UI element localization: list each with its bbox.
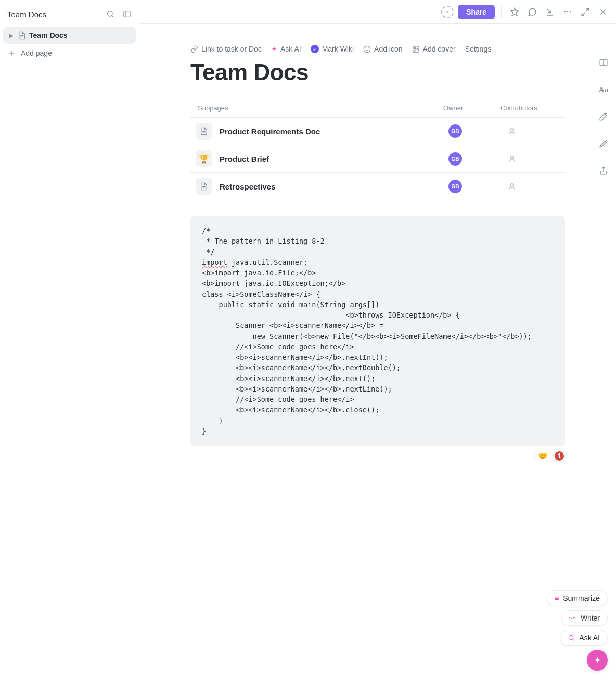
svg-line-10 — [547, 9, 551, 13]
svg-line-35 — [606, 140, 607, 141]
contributor-placeholder-icon[interactable] — [508, 127, 563, 135]
document-icon — [196, 178, 212, 195]
document-area: Link to task or Doc ✦ Ask AI ✓ Mark Wiki… — [139, 24, 616, 681]
subpages-list: Product Requirements DocGB🏆Product Brief… — [190, 118, 565, 200]
edit-wand-icon[interactable] — [596, 136, 611, 151]
expand-icon[interactable] — [579, 5, 592, 19]
reactions-bar: 🤝 1 — [190, 450, 565, 462]
subpages-header: Subpages Owner Contributors — [190, 104, 565, 118]
share-up-icon[interactable] — [596, 163, 611, 178]
owner-avatar[interactable]: GB — [448, 152, 462, 166]
doc-action-bar: Link to task or Doc ✦ Ask AI ✓ Mark Wiki… — [190, 45, 565, 53]
wiki-badge-icon: ✓ — [311, 45, 319, 53]
contributor-placeholder-icon[interactable] — [508, 182, 563, 191]
ask-ai-pill[interactable]: Ask AI — [560, 630, 608, 646]
add-page-button[interactable]: Add page — [0, 44, 139, 62]
split-view-icon[interactable] — [596, 55, 611, 70]
svg-point-13 — [567, 11, 569, 12]
add-cover-button[interactable]: Add cover — [412, 45, 456, 53]
chevron-right-icon: ▶ — [8, 33, 15, 39]
search-icon[interactable] — [104, 7, 117, 21]
svg-line-16 — [582, 12, 584, 15]
svg-point-0 — [108, 11, 112, 16]
sidebar-header: Team Docs — [0, 3, 139, 27]
divider — [501, 6, 502, 18]
subpage-row[interactable]: RetrospectivesGB — [190, 173, 565, 200]
main: Share Link to task or Doc — [139, 0, 616, 681]
subpage-name: Product Requirements Doc — [220, 127, 320, 136]
summarize-icon: ≡ — [555, 594, 559, 602]
svg-point-26 — [510, 129, 513, 131]
svg-point-14 — [570, 11, 571, 12]
svg-marker-9 — [511, 8, 519, 15]
owner-avatar[interactable]: GB — [448, 124, 462, 138]
add-icon-button[interactable]: Add icon — [363, 45, 402, 53]
svg-line-1 — [112, 16, 113, 17]
right-rail: Aa — [596, 55, 611, 178]
ask-ai-label: Ask AI — [280, 45, 301, 53]
settings-button[interactable]: Settings — [465, 45, 492, 53]
add-page-label: Add page — [21, 49, 52, 57]
svg-point-19 — [364, 46, 370, 53]
ask-ai-button[interactable]: ✦ Ask AI — [271, 45, 301, 53]
comment-icon[interactable] — [525, 5, 539, 19]
svg-rect-2 — [124, 11, 130, 17]
magic-wand-icon[interactable] — [596, 109, 611, 124]
share-button[interactable]: Share — [458, 5, 495, 19]
sidebar-item-label: Team Docs — [29, 31, 68, 40]
status-circle-icon[interactable] — [441, 6, 454, 18]
col-contributors: Contributors — [500, 104, 563, 112]
typography-icon[interactable]: Aa — [596, 82, 611, 97]
svg-point-12 — [564, 11, 566, 12]
mark-wiki-label: Mark Wiki — [322, 45, 354, 53]
svg-line-15 — [586, 8, 589, 11]
link-to-task-button[interactable]: Link to task or Doc — [190, 45, 262, 53]
subpage-row[interactable]: Product Requirements DocGB — [190, 118, 565, 145]
svg-point-37 — [569, 635, 573, 639]
close-icon[interactable] — [596, 5, 610, 19]
trophy-icon: 🏆 — [196, 150, 212, 167]
contributor-placeholder-icon[interactable] — [508, 155, 563, 163]
document-icon — [18, 31, 26, 40]
subpage-row[interactable]: 🏆Product BriefGB — [190, 145, 565, 173]
svg-point-23 — [414, 47, 416, 49]
ask-ai-pill-label: Ask AI — [579, 634, 600, 642]
ai-fab[interactable]: ✦ — [587, 650, 608, 671]
sidebar: Team Docs ▶ Team Docs Add page — [0, 0, 139, 681]
more-icon[interactable] — [561, 5, 574, 19]
writer-label: Writer — [581, 614, 600, 622]
reaction-handshake[interactable]: 🤝 — [534, 450, 551, 462]
ai-sparkle-icon: ✦ — [271, 45, 277, 53]
ask-ai-icon — [568, 634, 575, 641]
svg-point-27 — [510, 156, 513, 159]
add-icon-label: Add icon — [374, 45, 402, 53]
svg-point-30 — [510, 184, 513, 186]
summarize-pill[interactable]: ≡ Summarize — [547, 590, 608, 606]
owner-avatar[interactable]: GB — [448, 180, 462, 193]
writer-pill[interactable]: 〰 Writer — [561, 610, 608, 626]
svg-point-8 — [447, 11, 448, 12]
panel-toggle-icon[interactable] — [120, 7, 134, 21]
mark-wiki-button[interactable]: ✓ Mark Wiki — [311, 45, 354, 53]
topbar: Share — [139, 0, 616, 24]
subpage-name: Product Brief — [220, 155, 269, 163]
code-block[interactable]: /* * The pattern in Listing 8-2 */ impor… — [190, 216, 565, 446]
col-owner: Owner — [443, 104, 500, 112]
add-cover-label: Add cover — [423, 45, 456, 53]
sidebar-title: Team Docs — [7, 10, 46, 19]
settings-label: Settings — [465, 45, 492, 53]
star-icon[interactable] — [508, 5, 521, 19]
summarize-label: Summarize — [563, 594, 600, 602]
download-icon[interactable] — [543, 5, 557, 19]
svg-line-38 — [573, 639, 574, 641]
sidebar-item-team-docs[interactable]: ▶ Team Docs — [3, 27, 136, 44]
ai-float-stack: ≡ Summarize 〰 Writer Ask AI ✦ — [547, 590, 608, 671]
link-to-task-label: Link to task or Doc — [201, 45, 262, 53]
subpage-name: Retrospectives — [220, 182, 276, 191]
page-title[interactable]: Team Docs — [190, 59, 565, 85]
col-subpages: Subpages — [198, 104, 443, 112]
document-icon — [196, 123, 212, 140]
writer-icon: 〰 — [569, 614, 576, 622]
plus-icon — [7, 49, 16, 57]
reaction-count-badge[interactable]: 1 — [554, 450, 565, 462]
